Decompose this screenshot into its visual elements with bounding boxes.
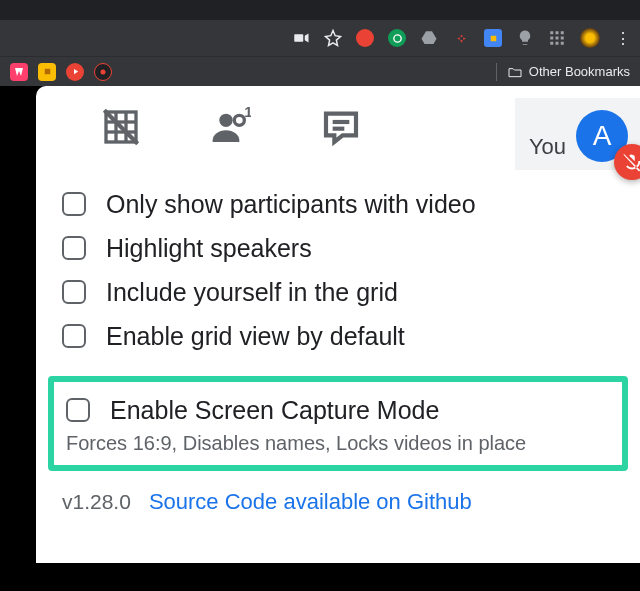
toolbar-icons: ⋮	[292, 28, 632, 48]
version-label: v1.28.0	[62, 490, 131, 514]
bookmark-icon-2[interactable]	[38, 63, 56, 81]
options-list: Only show participants with video Highli…	[36, 168, 640, 358]
checkbox[interactable]	[62, 324, 86, 348]
option-label: Only show participants with video	[106, 190, 476, 219]
settings-panel: 1 You A Only show participants with vide…	[36, 86, 640, 563]
tab-chat[interactable]	[286, 86, 396, 168]
page-stage: 1 You A Only show participants with vide…	[0, 86, 640, 591]
option-label: Highlight speakers	[106, 234, 312, 263]
extension-icon-4[interactable]	[484, 29, 502, 47]
checkbox[interactable]	[66, 398, 90, 422]
checkbox[interactable]	[62, 280, 86, 304]
bookmark-icon-1[interactable]	[10, 63, 28, 81]
other-bookmarks-label: Other Bookmarks	[529, 64, 630, 79]
svg-text:1: 1	[244, 107, 251, 120]
svg-rect-12	[44, 69, 50, 75]
profile-avatar-icon[interactable]	[580, 28, 600, 48]
bookmark-divider	[496, 63, 497, 81]
svg-rect-6	[550, 37, 553, 40]
svg-rect-2	[490, 35, 496, 41]
bookmark-icons	[10, 63, 112, 81]
bulb-icon[interactable]	[516, 29, 534, 47]
panel-footer: v1.28.0 Source Code available on Github	[36, 471, 640, 515]
bookmarks-bar: Other Bookmarks	[0, 56, 640, 86]
svg-point-20	[219, 114, 232, 127]
svg-rect-8	[561, 37, 564, 40]
source-link[interactable]: Source Code available on Github	[149, 489, 472, 515]
star-icon[interactable]	[324, 29, 342, 47]
tab-people[interactable]: 1	[176, 86, 286, 168]
svg-rect-11	[561, 42, 564, 45]
self-label: You	[529, 134, 566, 160]
highlight-description: Forces 16:9, Disables names, Locks video…	[66, 432, 610, 455]
bookmark-icon-4[interactable]	[94, 63, 112, 81]
tab-grid[interactable]	[66, 86, 176, 168]
option-grid-default: Enable grid view by default	[62, 314, 614, 358]
extension-icon-2[interactable]	[388, 29, 406, 47]
drive-icon[interactable]	[420, 29, 438, 47]
svg-line-19	[104, 110, 137, 143]
option-only-video: Only show participants with video	[62, 182, 614, 226]
browser-tab-strip	[0, 0, 640, 20]
option-highlight-speakers: Highlight speakers	[62, 226, 614, 270]
kebab-menu-icon[interactable]: ⋮	[614, 29, 632, 48]
checkbox[interactable]	[62, 236, 86, 260]
svg-rect-4	[556, 31, 559, 34]
svg-rect-10	[556, 42, 559, 45]
highlight-box: Enable Screen Capture Mode Forces 16:9, …	[48, 376, 628, 471]
option-include-self: Include yourself in the grid	[62, 270, 614, 314]
svg-point-21	[234, 115, 244, 125]
svg-point-1	[393, 34, 400, 41]
camera-icon[interactable]	[292, 29, 310, 47]
svg-rect-9	[550, 42, 553, 45]
browser-toolbar: ⋮	[0, 20, 640, 56]
extension-icon-3[interactable]	[452, 29, 470, 47]
apps-grid-icon[interactable]	[548, 29, 566, 47]
svg-rect-7	[556, 37, 559, 40]
bookmark-icon-3[interactable]	[66, 63, 84, 81]
option-label: Enable Screen Capture Mode	[110, 396, 439, 425]
option-screen-capture: Enable Screen Capture Mode	[66, 390, 610, 430]
other-bookmarks-button[interactable]: Other Bookmarks	[507, 64, 630, 80]
svg-rect-3	[550, 31, 553, 34]
svg-rect-5	[561, 31, 564, 34]
extension-icon-1[interactable]	[356, 29, 374, 47]
checkbox[interactable]	[62, 192, 86, 216]
svg-point-13	[101, 69, 106, 74]
option-label: Enable grid view by default	[106, 322, 405, 351]
option-label: Include yourself in the grid	[106, 278, 398, 307]
svg-rect-0	[294, 34, 303, 42]
